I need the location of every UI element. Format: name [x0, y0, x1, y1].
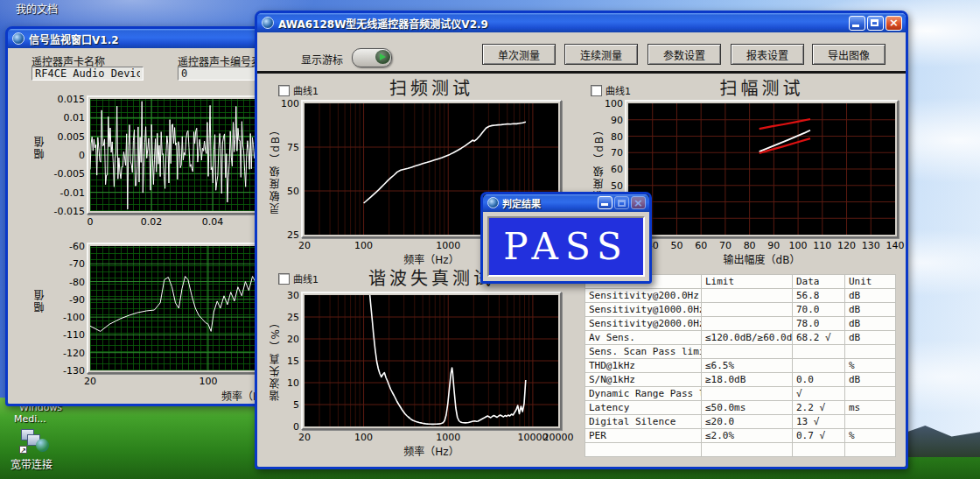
minimize-button[interactable]: [849, 16, 865, 31]
amp-chart-title: 扫幅测试: [628, 74, 895, 100]
table-cell: [845, 415, 896, 429]
table-cell: dB: [845, 317, 896, 331]
dialog-maximize-button[interactable]: [614, 196, 629, 209]
soundcard-number-field[interactable]: [178, 67, 255, 81]
dialog-close-button[interactable]: ×: [631, 196, 646, 209]
table-cell: [793, 345, 845, 359]
axis-tick-label: -0.005: [46, 168, 85, 180]
close-button[interactable]: ×: [886, 16, 902, 31]
report-settings-button[interactable]: 报表设置: [731, 44, 804, 65]
axis-tick-label: 100: [189, 376, 228, 387]
result-dialog-titlebar[interactable]: 判定结果 ×: [483, 194, 649, 212]
table-cell: dB: [845, 331, 896, 345]
axis-tick-label: 50: [584, 180, 623, 192]
desktop: 我的文档 Windows Medi... ↗ 宽带连接 信号监视窗口V1.2 遥…: [0, 0, 980, 479]
table-cell: dB: [845, 289, 896, 303]
thd-chart: 曲线1 谐波失真测试 谐波失真（%） 频率（Hz） 20100100010000…: [257, 263, 581, 464]
soundcard-name-field[interactable]: [32, 67, 144, 81]
broadband-connection-icon[interactable]: ↗: [19, 427, 49, 454]
axis-tick-label: 15: [261, 356, 299, 367]
axis-tick-label: 80: [584, 131, 623, 143]
axis-tick-label: 1000: [429, 240, 467, 251]
table-cell: [793, 359, 845, 373]
table-row: PER≤2.0%0.7 √%: [585, 429, 896, 443]
axis-tick-label: 20: [261, 334, 299, 345]
monitor-window-title: 信号监视窗口V1.2: [29, 32, 119, 46]
globe-icon: [36, 439, 49, 452]
table-row: [585, 443, 896, 457]
table-cell: ≤20.0: [702, 415, 793, 429]
results-table: LimitDataUnitSensitivity@200.0Hz56.8dBSe…: [584, 274, 896, 457]
table-cell: [585, 443, 702, 457]
table-row: Dynamic Range Pass limit√: [585, 387, 896, 401]
parameter-settings-button[interactable]: 参数设置: [648, 44, 721, 65]
table-cell: Av Sens.: [585, 331, 702, 345]
table-cell: ≥18.0dB: [702, 373, 793, 387]
thd-xlabel: 频率（Hz）: [304, 443, 558, 458]
table-cell: PER: [585, 429, 702, 443]
maximize-button[interactable]: [867, 16, 884, 31]
result-dialog: 判定结果 × PASS: [480, 192, 652, 284]
table-cell: [702, 345, 793, 359]
table-cell: dB: [845, 303, 896, 317]
table-row: Sens. Scan Pass limit: [585, 345, 896, 359]
axis-tick-label: -100: [46, 312, 85, 323]
main-window-icon: [262, 17, 274, 29]
desktop-icon-broadband-label[interactable]: 宽带连接: [10, 456, 52, 471]
table-row: Sensitivity@200.0Hz56.8dB: [585, 289, 896, 303]
table-cell: 68.2 √: [793, 331, 845, 345]
axis-tick-label: -90: [46, 294, 85, 306]
desktop-icon-media-label2[interactable]: Medi...: [14, 413, 46, 425]
table-cell: [702, 289, 793, 303]
axis-tick-label: -120: [46, 348, 85, 359]
axis-tick-label: 20000: [539, 432, 578, 443]
cursor-toggle-label: 显示游标: [301, 52, 343, 67]
axis-tick-label: 0.015: [46, 94, 85, 105]
dialog-minimize-button[interactable]: [598, 196, 612, 209]
result-dialog-title: 判定结果: [502, 196, 541, 210]
table-cell: Sensitivity@200.0Hz: [585, 289, 702, 303]
axis-tick-label: 70: [584, 147, 623, 158]
single-measure-button[interactable]: 单次测量: [482, 44, 556, 65]
monitor-window-icon: [12, 32, 24, 45]
export-image-button[interactable]: 导出图像: [812, 44, 886, 65]
monitor-time-ylabel: 幅值: [32, 135, 47, 159]
main-window-title: AWA6128W型无线遥控器音频测试仪V2.9: [278, 16, 488, 31]
axis-tick-label: 60: [584, 164, 623, 175]
table-cell: 70.0: [793, 303, 845, 317]
table-cell: [845, 387, 896, 401]
axis-tick-label: 0.02: [132, 216, 171, 228]
amp-curve-checkbox[interactable]: 曲线1: [591, 83, 631, 97]
axis-tick-label: 90: [584, 115, 623, 126]
table-cell: ≤50.0ms: [702, 401, 793, 415]
axis-tick-label: 0: [261, 421, 299, 433]
toggle-knob-icon: [375, 50, 390, 64]
table-cell: [702, 387, 793, 401]
axis-tick-label: 0.04: [193, 216, 232, 228]
axis-tick-label: -0.015: [46, 206, 85, 217]
axis-tick-label: 140: [876, 240, 914, 251]
table-cell: Latency: [585, 401, 702, 415]
cursor-toggle[interactable]: [352, 48, 392, 67]
table-cell: ≤2.0%: [702, 429, 793, 443]
table-header-cell: Data: [793, 275, 845, 289]
axis-tick-label: 50: [261, 186, 299, 197]
table-cell: ≤6.5%: [702, 359, 793, 373]
axis-tick-label: 25: [261, 312, 299, 323]
checkbox-icon: [591, 85, 602, 96]
table-cell: √: [793, 387, 845, 401]
axis-tick-label: -110: [46, 329, 85, 341]
table-cell: Sensitivity@1000.0Hz: [585, 303, 702, 317]
sweep-chart-title: 扫频测试: [304, 74, 558, 100]
main-window-titlebar[interactable]: AWA6128W型无线遥控器音频测试仪V2.9 ×: [257, 13, 906, 32]
table-cell: Dynamic Range Pass limit: [585, 387, 702, 401]
monitor-spectrum-ylabel: 幅值: [32, 288, 47, 313]
continuous-measure-button[interactable]: 连续测量: [564, 44, 638, 65]
axis-tick-label: 0: [71, 216, 109, 228]
table-row: Av Sens.≤120.0dB/≥60.0dB68.2 √dB: [585, 331, 896, 345]
table-header-cell: Limit: [702, 275, 793, 289]
desktop-icon-my-documents[interactable]: 我的文档: [16, 1, 58, 16]
table-row: Sensitivity@2000.0Hz78.0dB: [585, 317, 896, 331]
separator: [257, 71, 906, 74]
table-cell: [702, 303, 793, 317]
